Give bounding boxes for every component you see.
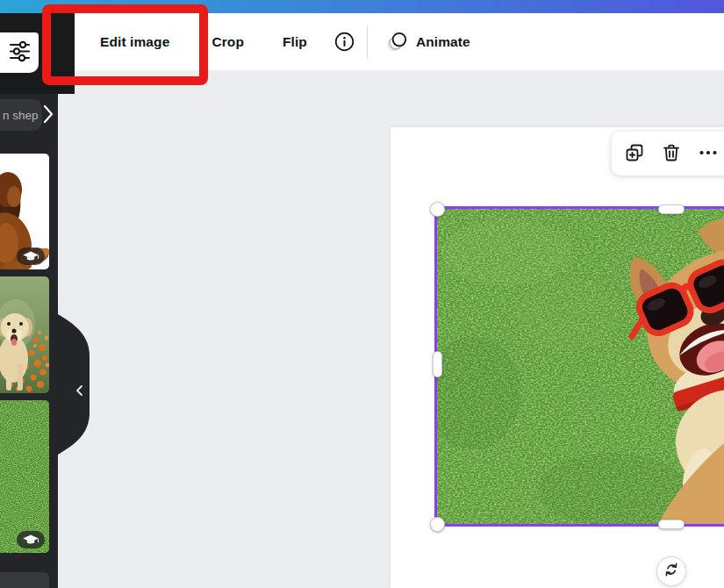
- info-button[interactable]: [327, 23, 362, 61]
- editor-toolbar: Edit image Crop Flip: [75, 13, 724, 70]
- search-suggestion-label: n shep: [3, 109, 39, 122]
- animate-label: Animate: [416, 34, 470, 50]
- more-options-button[interactable]: [692, 137, 724, 170]
- app-window: Edit image Crop Flip: [0, 0, 724, 588]
- rotate-icon: [663, 562, 679, 581]
- toolbar-divider: [367, 26, 368, 58]
- chevron-right-icon: [42, 104, 54, 127]
- animate-icon: [388, 32, 408, 52]
- more-options-icon: [698, 142, 719, 166]
- duplicate-button[interactable]: [618, 137, 651, 170]
- info-icon: [334, 32, 355, 52]
- graduation-cap-icon: [22, 250, 39, 262]
- corner-handle-top-left[interactable]: [430, 202, 445, 217]
- flip-label: Flip: [283, 34, 307, 50]
- animate-button[interactable]: Animate: [376, 23, 482, 61]
- crop-button[interactable]: Crop: [200, 25, 255, 59]
- context-toolbar: [612, 132, 724, 176]
- thumbnail-partial-photo[interactable]: [0, 572, 49, 588]
- selected-image-frame: [434, 206, 724, 527]
- suggestions-scroll-right-button[interactable]: [39, 104, 57, 127]
- edit-image-button[interactable]: Edit image: [89, 25, 181, 59]
- crop-label: Crop: [211, 34, 244, 50]
- adjust-panel-toggle[interactable]: [0, 32, 39, 73]
- pro-badge: [17, 247, 45, 265]
- trash-icon: [661, 142, 682, 166]
- search-suggestion-chip[interactable]: n shep: [0, 99, 42, 131]
- duplicate-icon: [624, 142, 645, 166]
- delete-button[interactable]: [655, 137, 688, 170]
- thumbnail-puppy-field-photo[interactable]: [0, 276, 49, 393]
- edge-handle-left[interactable]: [433, 351, 442, 377]
- dog-on-grass-image[interactable]: [437, 209, 724, 524]
- pro-badge: [17, 531, 45, 549]
- flip-button[interactable]: Flip: [271, 25, 319, 59]
- corner-handle-bottom-left[interactable]: [430, 517, 445, 532]
- edge-handle-bottom[interactable]: [658, 520, 685, 529]
- sliders-icon: [6, 38, 32, 68]
- photos-panel: n shep: [0, 94, 58, 588]
- top-gradient-bar: [0, 0, 724, 13]
- edge-handle-top[interactable]: [658, 204, 685, 214]
- thumbnail-grass-photo[interactable]: [0, 400, 49, 553]
- thumbnail-spaniel-photo[interactable]: [0, 154, 49, 269]
- chevron-left-icon: [75, 384, 83, 400]
- panel-collapse-handle[interactable]: [58, 314, 91, 455]
- rotate-button[interactable]: [656, 556, 686, 586]
- edit-image-label: Edit image: [100, 34, 169, 50]
- graduation-cap-icon: [22, 534, 39, 546]
